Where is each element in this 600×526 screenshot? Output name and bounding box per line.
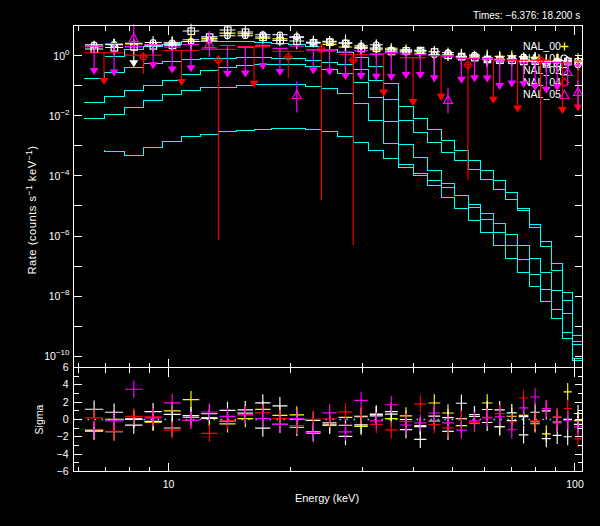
svg-text:Sigma: Sigma — [33, 404, 45, 434]
svg-text:2: 2 — [63, 396, 69, 408]
svg-text:100: 100 — [566, 478, 584, 490]
svg-text:0: 0 — [63, 413, 69, 425]
svg-text:−6: −6 — [57, 465, 69, 477]
svg-text:6: 6 — [63, 361, 69, 373]
svg-text:Times: −6.376: 18.200 s: Times: −6.376: 18.200 s — [473, 10, 580, 21]
svg-text:4: 4 — [63, 378, 69, 390]
svg-text:Rate (counts s−1 keV−1): Rate (counts s−1 keV−1) — [24, 145, 38, 274]
svg-text:−4: −4 — [57, 448, 69, 460]
svg-text:NAL_05: NAL_05 — [523, 88, 561, 100]
svg-text:−2: −2 — [57, 430, 69, 442]
svg-text:Energy (keV): Energy (keV) — [295, 492, 359, 504]
svg-text:10: 10 — [163, 478, 175, 490]
svg-text:NAL_00: NAL_00 — [523, 40, 561, 52]
